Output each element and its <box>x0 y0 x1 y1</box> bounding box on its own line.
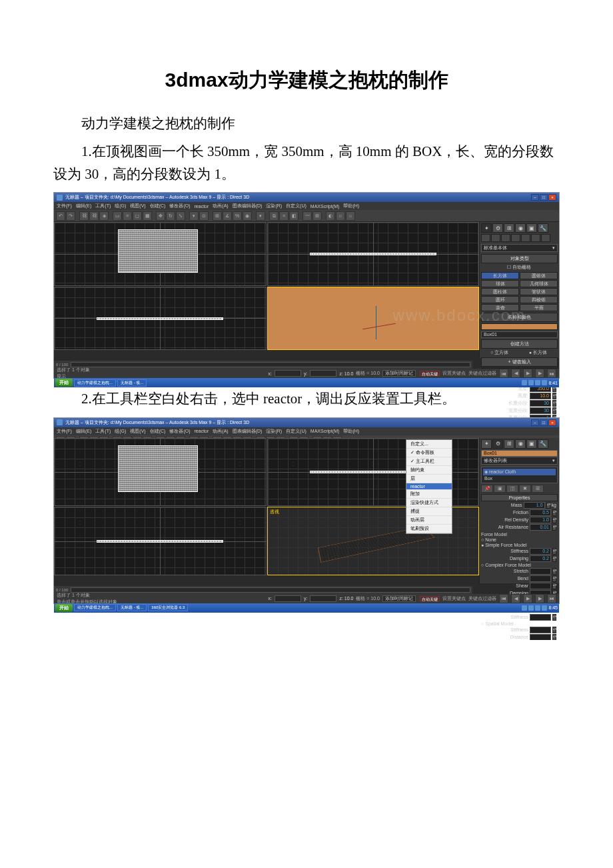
display-tab-icon[interactable]: ▣ <box>526 439 537 449</box>
menu-file[interactable]: 文件(F) <box>57 203 72 209</box>
tray-icon[interactable] <box>528 605 534 611</box>
menu-script[interactable]: MAXScript(M) <box>310 429 340 433</box>
menu-extras[interactable]: 附加 <box>406 490 452 499</box>
windows-taskbar[interactable]: 开始 动力学建模之抱枕... 无标题 - 项... 8:41 <box>54 378 559 387</box>
menu-view[interactable]: 视图(V) <box>130 428 145 435</box>
cylinder-button[interactable]: 圆柱体 <box>481 288 519 295</box>
remove-mod-icon[interactable]: ✖ <box>519 485 531 493</box>
select-region-icon[interactable]: ◻ <box>133 211 142 221</box>
spinner-arrows-icon[interactable]: ▴▾ <box>552 509 556 516</box>
menu-edit[interactable]: 编辑(E) <box>76 203 91 209</box>
link-icon[interactable]: ⛓ <box>79 211 89 221</box>
menu-edit[interactable]: 编辑(E) <box>76 428 91 435</box>
percent-snap-icon[interactable]: % <box>233 211 242 221</box>
select-icon[interactable]: ▭ <box>113 211 122 221</box>
auto-key-button[interactable]: 自动关键点 <box>420 596 440 601</box>
object-name-field[interactable]: Box01 <box>481 450 558 457</box>
pyramid-button[interactable]: 四棱锥 <box>520 296 558 303</box>
menu-axis[interactable]: 轴约束 <box>406 466 452 475</box>
add-time-tag[interactable]: 添加时间标记 <box>382 370 416 377</box>
command-panel[interactable]: ✦ ⚙ ⊞ ◉ ▣ 🔧 Box01 修改器列表▾ ◈ reactor Cloth… <box>479 438 559 583</box>
menu-script[interactable]: MAXScript(M) <box>310 204 340 209</box>
clock[interactable]: 8:41 <box>548 381 558 385</box>
viewports[interactable] <box>54 222 479 350</box>
menu-group[interactable]: 组(G) <box>115 428 126 435</box>
box-left-view[interactable] <box>97 540 223 543</box>
stiff-spinner[interactable]: 0.2 <box>530 548 551 555</box>
snap-icon[interactable]: ⊞ <box>213 211 222 221</box>
viewport-top[interactable] <box>54 222 267 286</box>
close-button[interactable]: × <box>548 194 556 201</box>
menu-customize[interactable]: 自定义... <box>406 440 452 449</box>
bind-icon[interactable]: ◈ <box>99 211 109 221</box>
scale-icon[interactable]: ⤡ <box>176 211 185 221</box>
menu-layers[interactable]: 层 <box>406 475 452 483</box>
display-tab-icon[interactable]: ▣ <box>526 223 537 233</box>
main-toolbar[interactable]: ↶ ↷ ⛓ ⛓ ◈ ▭ ≡ ◻ ▦ ✥ ↻ ⤡ ▾ ⊙ ⊞ ∡ % ◉ ▾ ⧉ … <box>54 210 559 222</box>
play-start-icon[interactable]: ⏮ <box>499 369 508 378</box>
spinner-arrows-icon[interactable]: ▴▾ <box>552 400 556 407</box>
system-tray[interactable]: 8:41 <box>522 380 558 385</box>
select-name-icon[interactable]: ≡ <box>123 211 132 221</box>
create-tab-icon[interactable]: ✦ <box>481 439 492 449</box>
align-icon[interactable]: ≡ <box>279 211 289 221</box>
rollout-object-type[interactable]: 对象类型 <box>481 254 558 263</box>
x-coord[interactable]: x: <box>268 371 271 376</box>
schematic-icon[interactable]: ⊞ <box>312 211 322 221</box>
teapot-button[interactable]: 茶壶 <box>481 304 519 311</box>
radio-box[interactable]: ● 长方体 <box>529 349 547 356</box>
radio-none[interactable]: ○ <box>481 537 484 542</box>
curve-editor-icon[interactable]: 〰 <box>303 211 312 221</box>
task-item[interactable]: 动力学建模之抱枕... <box>74 604 116 611</box>
start-button[interactable]: 开始 <box>55 379 73 387</box>
toolbar-context-menu[interactable]: 自定义... 命令面板 主工具栏 轴约束 层 reactor 附加 渲染快捷方式… <box>406 439 452 534</box>
box-button[interactable]: 长方体 <box>481 272 519 279</box>
move-icon[interactable]: ✥ <box>156 211 165 221</box>
motion-tab-icon[interactable]: ◉ <box>515 439 526 449</box>
time-slider[interactable]: 0 / 100 <box>54 361 472 369</box>
tray-icon[interactable] <box>535 380 540 385</box>
play-prev-icon[interactable]: ◀ <box>511 369 520 378</box>
air-spinner[interactable]: 0.01 <box>530 524 551 531</box>
named-sel-icon[interactable]: ▾ <box>256 211 265 221</box>
tray-icon[interactable] <box>542 605 547 611</box>
object-name-field[interactable]: Box01 <box>481 331 558 338</box>
modify-tab-icon[interactable]: ⚙ <box>492 439 503 449</box>
spacewarps-icon[interactable] <box>531 234 540 242</box>
radio-cube[interactable]: ○ 立方体 <box>490 349 508 356</box>
spinner-arrows-icon[interactable]: ▴▾ <box>552 575 556 582</box>
plane-button[interactable]: 平面 <box>520 304 558 311</box>
menu-create[interactable]: 创建(C) <box>150 203 166 209</box>
menubar[interactable]: 文件(F) 编辑(E) 工具(T) 组(G) 视图(V) 创建(C) 修改器(O… <box>54 202 559 210</box>
cameras-icon[interactable] <box>511 234 520 242</box>
command-panel[interactable]: ✦ ⚙ ⊞ ◉ ▣ 🔧 标准基本体▾ 对象类型 ☐自动栅格 长方体 圆锥体 球体… <box>479 222 559 358</box>
fstiff-spinner[interactable] <box>530 614 551 621</box>
play-next-icon[interactable]: ▶ <box>535 369 544 378</box>
menu-file[interactable]: 文件(F) <box>57 428 72 435</box>
tray-icon[interactable] <box>522 605 527 611</box>
geometry-icon[interactable] <box>481 234 490 242</box>
modify-tab-icon[interactable]: ⚙ <box>492 223 503 233</box>
shear-spinner[interactable] <box>530 583 551 589</box>
menu-create[interactable]: 创建(C) <box>150 428 166 435</box>
menu-reactor[interactable]: reactor <box>406 483 452 490</box>
system-tray[interactable]: 8:45 <box>522 605 558 611</box>
spinner-arrows-icon[interactable]: ▴▾ <box>552 524 556 531</box>
window-crossing-icon[interactable]: ▦ <box>143 211 152 221</box>
tray-icon[interactable] <box>535 605 540 611</box>
radio-spatial[interactable]: ○ <box>481 621 484 626</box>
y-coord[interactable]: y: <box>304 371 307 376</box>
menu-modifier[interactable]: 修改器(O) <box>169 203 190 209</box>
tube-button[interactable]: 管状体 <box>520 288 558 295</box>
tray-icon[interactable] <box>542 380 547 385</box>
menu-graph[interactable]: 图表编辑器(D) <box>233 428 263 435</box>
lights-icon[interactable] <box>501 234 510 242</box>
play-icon[interactable]: ▶ <box>523 594 532 603</box>
start-button[interactable]: 开始 <box>55 604 73 612</box>
viewport-top[interactable] <box>54 438 267 507</box>
box-front-view[interactable] <box>310 253 436 255</box>
spinner-arrows-icon[interactable]: ▴▾ <box>546 502 550 509</box>
play-next-icon[interactable]: ▶ <box>535 594 544 603</box>
angle-snap-icon[interactable]: ∡ <box>223 211 232 221</box>
maximize-button[interactable]: □ <box>540 419 548 426</box>
